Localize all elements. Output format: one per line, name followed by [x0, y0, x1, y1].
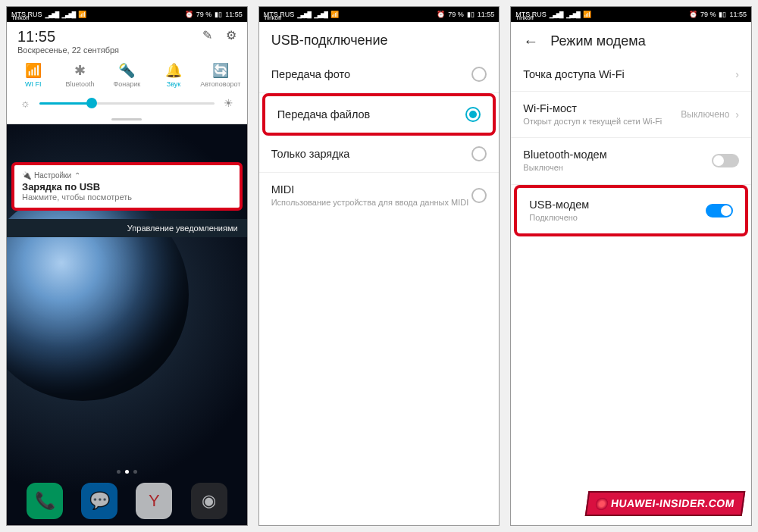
usb-icon: 🔌 — [22, 171, 31, 180]
option-title: Bluetooth-модем — [523, 149, 712, 161]
option-title: Только зарядка — [271, 148, 472, 160]
tile-icon: 🔄 — [212, 62, 229, 79]
usb-option-2[interactable]: Только зарядка — [259, 136, 500, 173]
watermark: HUAWEI-INSIDER.COM — [585, 491, 746, 516]
tile-icon: 🔦 — [118, 62, 135, 79]
option-title: Wi-Fi-мост — [523, 102, 681, 114]
phone-screenshot-3: MTS RUS ▁▃▅▇ ▁▃▅▇ 📶 Tinkoff ⏰ 79 % ▮▯ 11… — [510, 6, 752, 526]
tile-label: Bluetooth — [66, 80, 95, 88]
page-title: Режим модема — [550, 33, 645, 49]
qs-tile-1[interactable]: ✱Bluetooth — [58, 62, 102, 88]
option-sub: Использование устройства для ввода данны… — [271, 197, 472, 208]
yandex-app[interactable]: Y — [136, 483, 172, 519]
status-bar: MTS RUS ▁▃▅▇ ▁▃▅▇ 📶 Tinkoff ⏰ 79 % ▮▯ 11… — [511, 7, 751, 22]
carrier-2: Tinkoff — [515, 14, 534, 21]
usb-notification[interactable]: 🔌 Настройки ⌃ Зарядка по USB Нажмите, чт… — [11, 162, 243, 211]
alarm-icon: ⏰ — [689, 11, 697, 18]
option-title: MIDI — [271, 183, 472, 196]
option-title: Передача фото — [271, 68, 472, 80]
brightness-slider[interactable] — [39, 102, 215, 105]
radio-icon[interactable] — [471, 146, 487, 161]
status-time: 11:55 — [225, 11, 243, 18]
battery-pct: 79 % — [196, 11, 212, 18]
quick-settings-panel: 11:55 Воскресенье, 22 сентября ✎ ⚙ 📶WI F… — [7, 22, 247, 124]
signal-bars-icon: ▁▃▅▇ ▁▃▅▇ — [45, 11, 76, 18]
qs-tiles-row: 📶WI FI✱Bluetooth🔦Фонарик🔔Звук🔄Автоповоро… — [7, 58, 247, 92]
settings-header: USB-подключение — [259, 22, 500, 56]
phone-app[interactable]: 📞 — [27, 483, 63, 519]
tether-option-3[interactable]: USB-модемПодключено — [517, 188, 745, 233]
status-bar: MTS RUS ▁▃▅▇ ▁▃▅▇ 📶 Tinkoff ⏰ 79 % ▮▯ 11… — [259, 7, 500, 22]
gear-icon[interactable]: ⚙ — [226, 28, 236, 42]
back-arrow-icon[interactable]: ← — [523, 33, 538, 50]
battery-icon: ▮▯ — [215, 11, 222, 18]
huawei-logo-icon — [595, 498, 609, 510]
battery-icon: ▮▯ — [719, 11, 726, 18]
panel-date: Воскресенье, 22 сентября — [17, 45, 119, 55]
tile-icon: 📶 — [25, 62, 42, 79]
toggle-switch[interactable] — [712, 154, 739, 167]
radio-icon[interactable] — [471, 188, 487, 203]
option-sub: Открыт доступ к текущей сети Wi-Fi — [523, 116, 681, 127]
radio-icon[interactable] — [465, 107, 481, 122]
status-time: 11:55 — [478, 11, 495, 18]
phone-screenshot-1: MTS RUS ▁▃▅▇ ▁▃▅▇ 📶 Tinkoff ⏰ 79 % ▮▯ 11… — [6, 6, 248, 526]
carrier-2: Tinkoff — [11, 14, 30, 21]
camera-app[interactable]: ◉ — [191, 483, 227, 519]
usb-option-0[interactable]: Передача фото — [259, 56, 500, 93]
wifi-icon: 📶 — [330, 11, 339, 18]
dock: 📞💬Y◉ — [7, 483, 247, 519]
status-time: 11:55 — [729, 11, 747, 18]
alarm-icon: ⏰ — [437, 11, 445, 18]
battery-pct: 79 % — [700, 11, 716, 18]
tile-label: Звук — [167, 80, 180, 88]
tile-icon: ✱ — [74, 62, 86, 79]
watermark-text: HUAWEI-INSIDER.COM — [610, 497, 735, 509]
edit-icon[interactable]: ✎ — [202, 28, 212, 42]
notif-subtitle: Нажмите, чтобы посмотреть — [22, 192, 232, 202]
tile-icon: 🔔 — [165, 62, 182, 79]
tether-option-1[interactable]: Wi-Fi-мостОткрыт доступ к текущей сети W… — [511, 92, 751, 138]
option-sub: Выключен — [523, 162, 712, 173]
tile-label: WI FI — [25, 80, 42, 88]
brightness-row: ☼ ☀ — [7, 92, 247, 118]
tether-option-0[interactable]: Точка доступа Wi-Fi› — [511, 58, 751, 92]
tether-option-2[interactable]: Bluetooth-модемВыключен — [511, 138, 751, 184]
brightness-low-icon: ☼ — [20, 97, 30, 109]
status-bar: MTS RUS ▁▃▅▇ ▁▃▅▇ 📶 Tinkoff ⏰ 79 % ▮▯ 11… — [7, 7, 247, 22]
settings-header: ← Режим модема — [511, 22, 751, 58]
toggle-switch[interactable] — [706, 204, 733, 217]
signal-bars-icon: ▁▃▅▇ ▁▃▅▇ — [297, 11, 327, 18]
page-title: USB-подключение — [271, 33, 388, 49]
messages-app[interactable]: 💬 — [81, 483, 117, 519]
brightness-high-icon: ☀ — [224, 97, 233, 109]
option-sub: Подключено — [529, 212, 706, 223]
qs-tile-2[interactable]: 🔦Фонарик — [105, 62, 149, 88]
notif-app-name: Настройки — [34, 171, 71, 180]
chevron-up-icon: ⌃ — [74, 171, 80, 180]
option-value: Выключено — [681, 109, 729, 120]
battery-icon: ▮▯ — [467, 11, 475, 18]
usb-option-1[interactable]: Передача файлов — [265, 96, 493, 133]
qs-tile-3[interactable]: 🔔Звук — [152, 62, 196, 88]
usb-option-3[interactable]: MIDIИспользование устройства для ввода д… — [259, 173, 500, 218]
panel-drag-handle[interactable] — [111, 118, 142, 120]
phone-screenshot-2: MTS RUS ▁▃▅▇ ▁▃▅▇ 📶 Tinkoff ⏰ 79 % ▮▯ 11… — [258, 6, 500, 526]
notif-title: Зарядка по USB — [22, 181, 232, 192]
wifi-icon: 📶 — [78, 11, 86, 18]
tile-label: Фонарик — [113, 80, 140, 88]
battery-pct: 79 % — [448, 11, 464, 18]
qs-tile-4[interactable]: 🔄Автоповорот — [199, 62, 243, 88]
wifi-icon: 📶 — [583, 11, 591, 18]
qs-tile-0[interactable]: 📶WI FI — [11, 62, 55, 88]
radio-icon[interactable] — [471, 67, 487, 82]
signal-bars-icon: ▁▃▅▇ ▁▃▅▇ — [550, 11, 580, 18]
manage-notifications-link[interactable]: Управление уведомлениями — [7, 219, 247, 237]
page-indicator — [7, 470, 247, 474]
option-title: USB-модем — [529, 199, 706, 211]
chevron-right-icon: › — [735, 68, 739, 80]
panel-clock: 11:55 — [17, 28, 119, 45]
carrier-2: Tinkoff — [264, 14, 282, 21]
alarm-icon: ⏰ — [185, 11, 193, 18]
option-title: Точка доступа Wi-Fi — [523, 68, 729, 80]
